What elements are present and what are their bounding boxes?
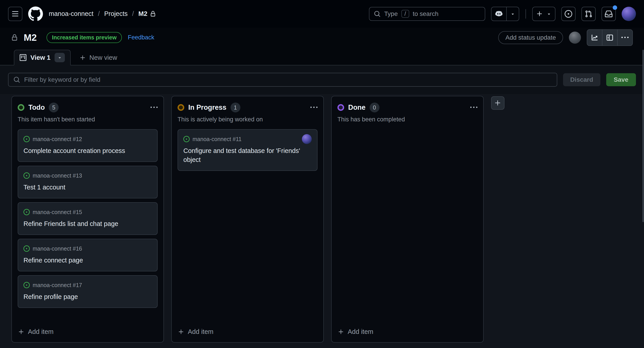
- card-meta: manoa-connect #15: [24, 207, 152, 217]
- card-issue-12[interactable]: manoa-connect #12 Complete account creat…: [18, 129, 158, 162]
- filter-input-wrapper[interactable]: [8, 73, 557, 87]
- header-divider: [526, 9, 526, 19]
- card-issue-13[interactable]: manoa-connect #13 Test 1 account: [18, 166, 158, 198]
- issues-button[interactable]: [561, 7, 576, 21]
- filter-bar: Discard Save: [0, 65, 644, 94]
- breadcrumb-repo[interactable]: manoa-connect: [49, 10, 94, 18]
- issue-open-icon: [24, 209, 30, 215]
- slash-key-hint: /: [402, 10, 409, 18]
- add-item-button[interactable]: Add item: [178, 327, 318, 337]
- filter-search-icon: [14, 76, 20, 83]
- notification-dot: [613, 5, 617, 10]
- column-description: This item hasn't been started: [18, 116, 158, 123]
- column-title: Done: [348, 103, 366, 111]
- search-placeholder-suffix: to search: [413, 10, 438, 18]
- column-count-badge: 0: [370, 103, 380, 112]
- add-column-button[interactable]: [491, 96, 504, 110]
- collaborator-avatar[interactable]: [569, 32, 581, 44]
- issue-open-icon: [24, 172, 30, 179]
- copilot-caret-icon[interactable]: [507, 7, 519, 21]
- feedback-link[interactable]: Feedback: [128, 34, 154, 41]
- add-status-update-button[interactable]: Add status update: [498, 31, 563, 44]
- inbox-icon: [605, 10, 612, 18]
- card-repo-ref: manoa-connect #16: [33, 245, 82, 252]
- column-menu-button[interactable]: [310, 104, 318, 111]
- hamburger-menu-button[interactable]: [8, 7, 22, 21]
- issue-open-icon: [24, 136, 30, 142]
- add-item-button[interactable]: Add item: [18, 327, 158, 337]
- create-new-button[interactable]: [532, 7, 556, 21]
- card-meta: manoa-connect #11: [183, 134, 312, 144]
- tab-view-1-label: View 1: [30, 54, 50, 61]
- github-logo-icon[interactable]: [28, 7, 43, 21]
- insights-button[interactable]: [587, 30, 602, 46]
- view-options-caret-button[interactable]: [54, 53, 65, 62]
- card-list: manoa-connect #12 Complete account creat…: [18, 129, 158, 308]
- card-issue-16[interactable]: manoa-connect #16 Refine connect page: [18, 239, 158, 271]
- project-menu-button[interactable]: [618, 30, 632, 46]
- kanban-board: Todo 5 This item hasn't been started man…: [0, 94, 644, 348]
- increased-items-preview-badge[interactable]: Increased items preview: [46, 32, 122, 43]
- github-projects-board-page: manoa-connect / Projects / M2 Type / to …: [0, 0, 644, 348]
- card-title[interactable]: Refine Friends list and chat page: [24, 219, 152, 228]
- add-item-label: Add item: [28, 328, 54, 335]
- sidebar-collapse-icon: [606, 34, 613, 41]
- kebab-icon: [622, 34, 628, 41]
- column-menu-button[interactable]: [470, 104, 478, 111]
- hamburger-icon: [12, 10, 19, 18]
- breadcrumb-separator: /: [132, 10, 134, 18]
- project-lock-icon: [11, 34, 18, 41]
- add-item-label: Add item: [188, 328, 213, 335]
- global-header: manoa-connect / Projects / M2 Type / to …: [0, 0, 644, 28]
- card-issue-17[interactable]: manoa-connect #17 Refine profile page: [18, 275, 158, 308]
- card-issue-15[interactable]: manoa-connect #15 Refine Friends list an…: [18, 202, 158, 235]
- add-item-label: Add item: [348, 328, 373, 335]
- card-title[interactable]: Configure and test database for 'Friends…: [183, 146, 312, 164]
- card-repo-ref: manoa-connect #13: [33, 172, 82, 179]
- git-pull-request-icon: [585, 10, 592, 18]
- plus-icon: [178, 329, 184, 335]
- save-button[interactable]: Save: [606, 73, 636, 86]
- add-item-button[interactable]: Add item: [338, 327, 478, 337]
- side-panel-button[interactable]: [602, 30, 617, 46]
- breadcrumb-current-project[interactable]: M2: [138, 10, 156, 18]
- card-meta: manoa-connect #17: [24, 280, 152, 290]
- card-title[interactable]: Complete account creation process: [24, 146, 152, 155]
- breadcrumb-projects[interactable]: Projects: [104, 10, 128, 18]
- page-scrollbar[interactable]: [642, 50, 644, 222]
- breadcrumb: manoa-connect / Projects / M2: [49, 10, 156, 18]
- card-title[interactable]: Refine profile page: [24, 292, 152, 301]
- filter-input[interactable]: [24, 76, 552, 83]
- copilot-button[interactable]: [491, 7, 519, 21]
- column-done: Done 0 This has been completed Add item: [331, 96, 484, 343]
- search-icon: [374, 11, 380, 17]
- column-description: This is actively being worked on: [178, 116, 318, 123]
- assignee-avatar[interactable]: [302, 134, 312, 144]
- plus-icon: [80, 55, 86, 61]
- plus-icon: [338, 329, 344, 335]
- copilot-icon: [492, 7, 506, 21]
- card-issue-11[interactable]: manoa-connect #11 Configure and test dat…: [178, 129, 318, 171]
- column-title: In Progress: [188, 103, 226, 111]
- user-avatar[interactable]: [622, 7, 636, 21]
- todo-status-ring-icon: [18, 104, 24, 111]
- card-title[interactable]: Refine connect page: [24, 256, 152, 265]
- board-view-icon: [20, 54, 26, 61]
- column-description: This has been completed: [338, 116, 478, 123]
- card-repo-ref: manoa-connect #17: [33, 282, 82, 288]
- column-menu-button[interactable]: [150, 104, 158, 111]
- column-in-progress: In Progress 1 This is actively being wor…: [171, 96, 324, 343]
- issue-open-icon: [24, 245, 30, 252]
- column-header: Todo 5: [18, 103, 158, 112]
- issue-open-icon: [24, 282, 30, 288]
- card-meta: manoa-connect #13: [24, 171, 152, 181]
- global-search-input[interactable]: Type / to search: [369, 7, 485, 21]
- inbox-button[interactable]: [602, 7, 616, 21]
- discard-button[interactable]: Discard: [563, 73, 600, 86]
- card-title[interactable]: Test 1 account: [24, 183, 152, 192]
- tab-view-1[interactable]: View 1: [14, 50, 71, 65]
- pull-requests-button[interactable]: [582, 7, 596, 21]
- page-title: M2: [24, 32, 37, 43]
- new-view-button[interactable]: New view: [80, 54, 117, 61]
- card-list: manoa-connect #11 Configure and test dat…: [178, 129, 318, 171]
